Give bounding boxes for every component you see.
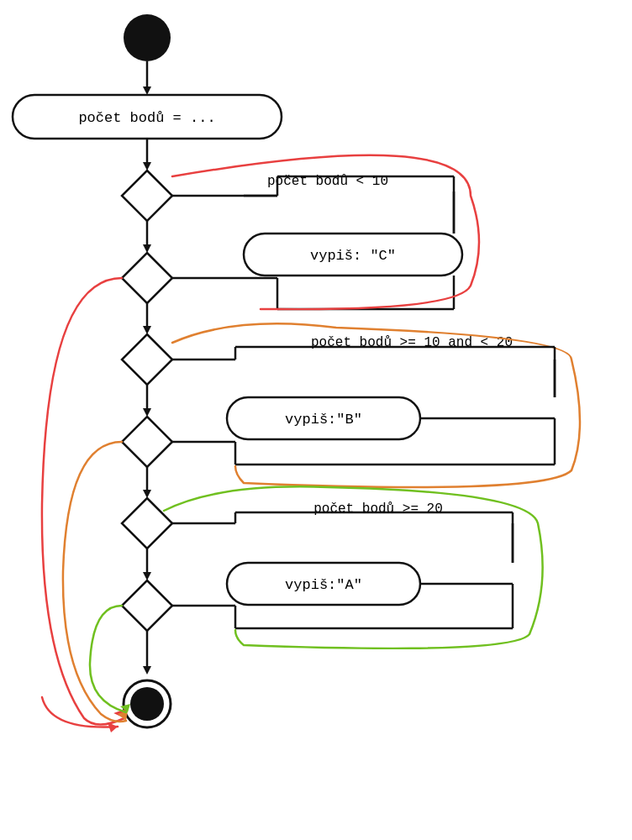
action2-label: vypiš:"B" — [285, 412, 362, 428]
diamond2-bottom — [122, 417, 172, 467]
cond3-label: počet bodů >= 20 — [313, 501, 443, 517]
diamond3-top — [122, 498, 172, 549]
cond2-label: počet bodů >= 10 and < 20 — [311, 335, 513, 350]
end-node-inner — [130, 687, 164, 721]
diamond1-top — [122, 171, 172, 221]
diamond3-bottom — [122, 580, 172, 631]
svg-marker-35 — [143, 666, 151, 675]
diamond2-top — [122, 334, 172, 385]
svg-marker-1 — [143, 87, 151, 95]
diamond1-bottom — [122, 253, 172, 303]
start-node — [124, 14, 171, 61]
action3-label: vypiš:"A" — [285, 577, 362, 593]
action1-label: vypiš: "C" — [310, 248, 396, 264]
init-label: počet bodů = ... — [78, 110, 215, 126]
